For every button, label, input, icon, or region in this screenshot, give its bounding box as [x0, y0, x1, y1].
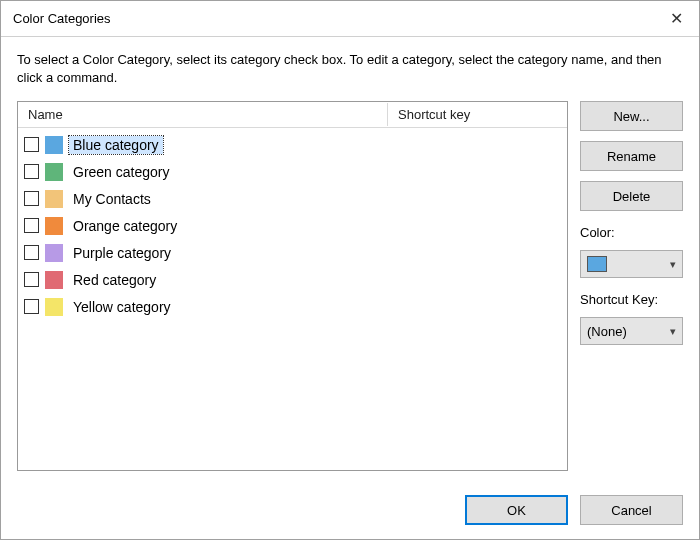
category-checkbox[interactable] — [24, 137, 39, 152]
color-categories-dialog: Color Categories ✕ To select a Color Cat… — [0, 0, 700, 540]
dialog-content: To select a Color Category, select its c… — [1, 37, 699, 485]
column-header-shortcut[interactable]: Shortcut key — [388, 103, 567, 126]
category-list[interactable]: Name Shortcut key Blue categoryGreen cat… — [17, 101, 568, 471]
category-color-swatch — [45, 271, 63, 289]
category-color-swatch — [45, 163, 63, 181]
category-checkbox[interactable] — [24, 272, 39, 287]
category-label[interactable]: Blue category — [69, 136, 163, 154]
category-color-swatch — [45, 298, 63, 316]
close-button[interactable]: ✕ — [653, 1, 699, 37]
category-row[interactable]: Yellow category — [18, 293, 567, 320]
intro-text: To select a Color Category, select its c… — [17, 51, 683, 87]
category-checkbox[interactable] — [24, 245, 39, 260]
category-color-swatch — [45, 244, 63, 262]
category-row[interactable]: Purple category — [18, 239, 567, 266]
shortcut-value: (None) — [587, 324, 627, 339]
category-row[interactable]: Blue category — [18, 131, 567, 158]
category-label[interactable]: Green category — [69, 163, 174, 181]
ok-button[interactable]: OK — [465, 495, 568, 525]
category-color-swatch — [45, 136, 63, 154]
category-label[interactable]: Orange category — [69, 217, 181, 235]
list-header: Name Shortcut key — [18, 102, 567, 128]
category-checkbox[interactable] — [24, 164, 39, 179]
dialog-footer: OK Cancel — [1, 485, 699, 539]
category-checkbox[interactable] — [24, 299, 39, 314]
category-row[interactable]: Red category — [18, 266, 567, 293]
category-color-swatch — [45, 190, 63, 208]
color-swatch — [587, 256, 607, 272]
category-row[interactable]: Orange category — [18, 212, 567, 239]
cancel-button[interactable]: Cancel — [580, 495, 683, 525]
category-row[interactable]: Green category — [18, 158, 567, 185]
dialog-title: Color Categories — [13, 11, 111, 26]
category-label[interactable]: Red category — [69, 271, 160, 289]
category-checkbox[interactable] — [24, 191, 39, 206]
chevron-down-icon: ▾ — [670, 258, 676, 271]
color-combobox[interactable]: ▾ — [580, 250, 683, 278]
column-header-name[interactable]: Name — [18, 103, 388, 126]
main-row: Name Shortcut key Blue categoryGreen cat… — [17, 101, 683, 471]
category-label[interactable]: My Contacts — [69, 190, 155, 208]
new-button[interactable]: New... — [580, 101, 683, 131]
side-panel: New... Rename Delete Color: ▾ Shortcut K… — [580, 101, 683, 471]
category-color-swatch — [45, 217, 63, 235]
category-checkbox[interactable] — [24, 218, 39, 233]
category-label[interactable]: Purple category — [69, 244, 175, 262]
category-label[interactable]: Yellow category — [69, 298, 175, 316]
color-label: Color: — [580, 225, 683, 240]
chevron-down-icon: ▾ — [670, 325, 676, 338]
rename-button[interactable]: Rename — [580, 141, 683, 171]
shortcut-label: Shortcut Key: — [580, 292, 683, 307]
titlebar: Color Categories ✕ — [1, 1, 699, 37]
close-icon: ✕ — [670, 9, 683, 28]
delete-button[interactable]: Delete — [580, 181, 683, 211]
category-row[interactable]: My Contacts — [18, 185, 567, 212]
shortcut-combobox[interactable]: (None) ▾ — [580, 317, 683, 345]
list-body: Blue categoryGreen categoryMy ContactsOr… — [18, 128, 567, 470]
